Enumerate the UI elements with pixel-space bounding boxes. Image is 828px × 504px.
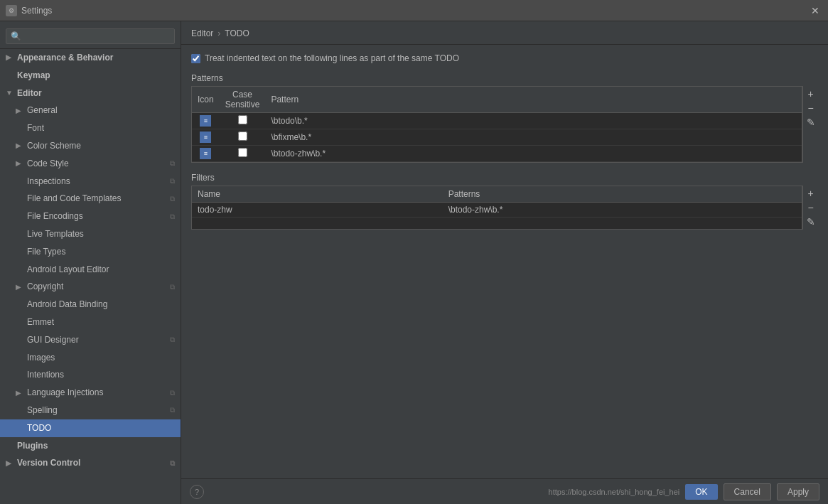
sidebar-item-file-encodings[interactable]: ▶File Encodings⧉: [0, 208, 181, 225]
filters-table-container: Name Patterns todo-zhw \btodo-zhw\b.*: [191, 186, 802, 230]
sidebar-item-general[interactable]: ▶General: [0, 102, 181, 119]
copy-icon-file-encodings: ⧉: [170, 212, 175, 222]
breadcrumb-separator: ›: [217, 28, 220, 38]
filters-table: Name Patterns todo-zhw \btodo-zhw\b.*: [192, 186, 802, 218]
sidebar-item-live-templates[interactable]: ▶Live Templates: [0, 225, 181, 243]
sidebar-item-intentions[interactable]: ▶Intentions: [0, 366, 181, 384]
ok-button[interactable]: OK: [685, 484, 717, 500]
pattern-case-cell-0: [220, 113, 266, 129]
sidebar-label-plugins: Plugins: [17, 440, 48, 452]
filters-col-name: Name: [192, 186, 443, 203]
sidebar-item-code-style[interactable]: ▶Code Style⧉: [0, 155, 181, 173]
sidebar-label-emmet: Emmet: [27, 316, 54, 328]
content-area: Editor › TODO Treat indented text on the…: [181, 21, 828, 504]
sidebar-item-todo[interactable]: ▶TODO: [0, 419, 181, 437]
table-row[interactable]: ≡ \bfixme\b.*: [192, 129, 802, 146]
sidebar-item-android-data-binding[interactable]: ▶Android Data Binding: [0, 296, 181, 313]
filters-tbody: todo-zhw \btodo-zhw\b.*: [192, 203, 802, 218]
sidebar-item-emmet[interactable]: ▶Emmet: [0, 313, 181, 331]
indent-checkbox[interactable]: [191, 54, 200, 63]
table-row[interactable]: ≡ \btodo\b.*: [192, 113, 802, 129]
sidebar-label-appearance: Appearance & Behavior: [17, 52, 113, 64]
sidebar-item-appearance[interactable]: ▶Appearance & Behavior: [0, 49, 181, 67]
sidebar-item-copyright[interactable]: ▶Copyright⧉: [0, 278, 181, 296]
breadcrumb: Editor › TODO: [181, 21, 828, 45]
bottom-bar: ? https://blog.csdn.net/shi_hong_fei_hei…: [181, 478, 828, 504]
breadcrumb-parent: Editor: [191, 28, 213, 38]
copy-icon-spelling: ⧉: [170, 405, 175, 415]
sidebar-label-code-style: Code Style: [27, 158, 69, 170]
patterns-table-with-buttons: Icon Case Sensitive Pattern ≡ \btodo\b.*…: [191, 86, 818, 163]
apply-button[interactable]: Apply: [777, 483, 819, 500]
pattern-icon-cell-2: ≡: [192, 146, 220, 162]
pattern-case-checkbox-2[interactable]: [238, 148, 247, 157]
pattern-value-cell-0: \btodo\b.*: [265, 113, 802, 129]
table-row[interactable]: todo-zhw \btodo-zhw\b.*: [192, 203, 802, 218]
search-box: [0, 24, 181, 49]
patterns-tbody: ≡ \btodo\b.* ≡ \bfixme\b.* ≡ \btodo-zhw\…: [192, 113, 802, 162]
copy-icon-copyright: ⧉: [170, 282, 175, 292]
patterns-table: Icon Case Sensitive Pattern ≡ \btodo\b.*…: [192, 87, 802, 162]
filters-col-patterns: Patterns: [443, 186, 802, 203]
sidebar-label-spelling: Spelling: [27, 404, 58, 417]
patterns-section-label: Patterns: [191, 73, 818, 83]
main-container: ▶Appearance & Behavior▶Keymap▼Editor▶Gen…: [0, 21, 828, 504]
search-input[interactable]: [6, 28, 175, 44]
cancel-button[interactable]: Cancel: [724, 483, 771, 500]
content-scroll: Treat indented text on the following lin…: [181, 45, 828, 478]
sidebar-item-color-scheme[interactable]: ▶Color Scheme: [0, 137, 181, 155]
sidebar-item-editor[interactable]: ▼Editor: [0, 85, 181, 102]
patterns-col-case: Case Sensitive: [220, 87, 266, 113]
expand-arrow-appearance: ▶: [6, 53, 14, 63]
table-row[interactable]: ≡ \btodo-zhw\b.*: [192, 146, 802, 162]
patterns-table-container: Icon Case Sensitive Pattern ≡ \btodo\b.*…: [191, 86, 802, 163]
copy-icon-language-injections: ⧉: [170, 388, 175, 398]
sidebar-item-plugins[interactable]: ▶Plugins: [0, 437, 181, 455]
patterns-edit-button[interactable]: ✎: [805, 116, 817, 129]
sidebar-item-gui-designer[interactable]: ▶GUI Designer⧉: [0, 331, 181, 349]
url-label: https://blog.csdn.net/shi_hong_fei_hei: [549, 488, 680, 496]
sidebar-label-general: General: [27, 104, 58, 117]
sidebar-item-language-injections[interactable]: ▶Language Injections⧉: [0, 384, 181, 402]
patterns-col-pattern: Pattern: [265, 87, 802, 113]
patterns-remove-button[interactable]: −: [805, 102, 817, 114]
sidebar-label-intentions: Intentions: [27, 369, 64, 381]
sidebar-item-file-types[interactable]: ▶File Types: [0, 243, 181, 261]
sidebar-item-spelling[interactable]: ▶Spelling⧉: [0, 402, 181, 419]
close-button[interactable]: ✕: [808, 4, 822, 18]
sidebar-label-color-scheme: Color Scheme: [27, 140, 81, 152]
sidebar-label-version-control: Version Control: [17, 457, 80, 469]
sidebar-item-inspections[interactable]: ▶Inspections⧉: [0, 173, 181, 191]
breadcrumb-current: TODO: [225, 28, 249, 38]
pattern-value-cell-2: \btodo-zhw\b.*: [265, 146, 802, 162]
sidebar-label-android-data-binding: Android Data Binding: [27, 299, 107, 311]
sidebar-label-file-types: File Types: [27, 246, 65, 258]
patterns-add-button[interactable]: +: [805, 87, 817, 100]
expand-arrow-color-scheme: ▶: [16, 141, 24, 151]
expand-arrow-editor: ▼: [6, 88, 14, 98]
sidebar-label-todo: TODO: [27, 422, 51, 434]
sidebar-label-images: Images: [27, 352, 55, 364]
sidebar-item-keymap[interactable]: ▶Keymap: [0, 67, 181, 85]
expand-arrow-general: ▶: [16, 106, 24, 116]
pattern-value-cell-1: \bfixme\b.*: [265, 129, 802, 146]
sidebar-item-android-layout[interactable]: ▶Android Layout Editor: [0, 261, 181, 279]
help-button[interactable]: ?: [190, 485, 204, 499]
sidebar-item-file-code-templates[interactable]: ▶File and Code Templates⧉: [0, 190, 181, 208]
filters-table-with-buttons: Name Patterns todo-zhw \btodo-zhw\b.* + …: [191, 186, 818, 230]
bottom-right: https://blog.csdn.net/shi_hong_fei_hei O…: [549, 483, 819, 500]
sidebar-label-keymap: Keymap: [17, 70, 50, 82]
sidebar-item-images[interactable]: ▶Images: [0, 349, 181, 367]
filters-edit-button[interactable]: ✎: [805, 215, 817, 228]
window-title: Settings: [21, 6, 52, 16]
copy-icon-version-control: ⧉: [170, 459, 175, 468]
sidebar-item-font[interactable]: ▶Font: [0, 119, 181, 137]
filters-remove-button[interactable]: −: [805, 201, 817, 214]
sidebar-items-container: ▶Appearance & Behavior▶Keymap▼Editor▶Gen…: [0, 49, 181, 472]
pattern-case-checkbox-1[interactable]: [238, 132, 247, 141]
sidebar-item-version-control[interactable]: ▶Version Control⧉: [0, 454, 181, 472]
filters-add-button[interactable]: +: [805, 187, 817, 200]
pattern-icon-cell-1: ≡: [192, 129, 220, 146]
pattern-case-checkbox-0[interactable]: [238, 115, 247, 124]
filters-section-label: Filters: [191, 173, 818, 183]
